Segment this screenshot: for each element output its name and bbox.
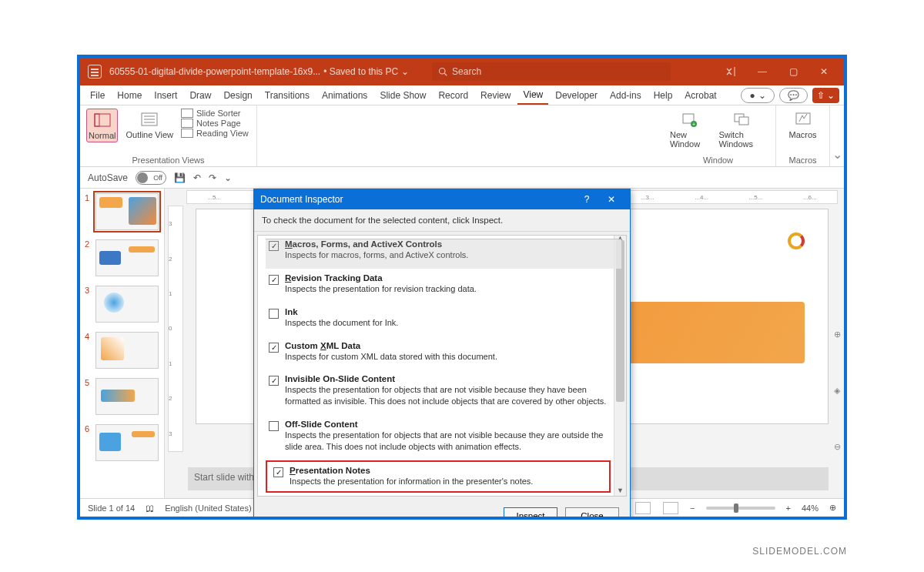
inspector-item-macros: ✓ Macros, Forms, and ActiveX Controls In… (266, 239, 621, 269)
notes-page-icon (181, 119, 193, 128)
qat-overflow-icon[interactable]: ⌄ (224, 172, 232, 183)
dialog-body: ▲ ▼ ✓ Macros, Forms, and ActiveX Control… (257, 235, 627, 497)
checkbox-offslide[interactable] (269, 421, 279, 431)
document-inspector-dialog: Document Inspector ? ✕ To check the docu… (253, 189, 631, 520)
undo-icon[interactable]: ↶ (193, 172, 201, 183)
camera-toggle[interactable]: ●⌄ (741, 88, 774, 103)
spellcheck-icon[interactable]: 🕮 (146, 503, 154, 513)
save-icon[interactable]: 💾 (174, 172, 186, 183)
inspector-item-invisible: ✓ Invisible On-Slide Content Inspects th… (266, 370, 621, 415)
zoom-out-icon[interactable]: ⊖ (834, 442, 841, 452)
slide-sorter-icon (181, 109, 193, 118)
outline-view-button[interactable]: Outline View (122, 109, 176, 141)
main-area: 1 2 3 4 5 6 ...5......4......3......2...… (80, 189, 844, 498)
close-window-button[interactable]: ✕ (808, 58, 839, 85)
svg-text:+: + (692, 122, 695, 127)
close-button[interactable]: Close (565, 507, 619, 520)
titlebar: 60555-01-digital-divide-powerpoint-templ… (80, 58, 844, 85)
checkbox-macros[interactable]: ✓ (269, 241, 279, 251)
new-window-button[interactable]: + New Window (667, 109, 711, 150)
checkbox-revision[interactable]: ✓ (269, 275, 279, 285)
powerpoint-window: 60555-01-digital-divide-powerpoint-templ… (77, 55, 847, 520)
reading-view-status-icon[interactable] (635, 502, 651, 514)
tab-transitions[interactable]: Transitions (259, 87, 315, 104)
checkbox-notes[interactable]: ✓ (273, 467, 283, 477)
zoom-slider[interactable] (706, 507, 775, 510)
zoom-out-button[interactable]: − (690, 503, 695, 513)
slide-thumbnail-6[interactable] (95, 424, 159, 461)
svg-point-0 (440, 69, 446, 75)
checkbox-ink[interactable] (269, 309, 279, 319)
tab-slideshow[interactable]: Slide Show (374, 87, 431, 104)
notes-page-button[interactable]: Notes Page (181, 119, 249, 128)
tab-file[interactable]: File (85, 87, 110, 104)
share-icon: ⇧ (817, 90, 825, 101)
svg-rect-2 (95, 114, 110, 126)
share-button[interactable]: ⇧ ⌄ (812, 88, 839, 103)
language-indicator[interactable]: English (United States) (165, 503, 252, 513)
tab-home[interactable]: Home (112, 87, 147, 104)
slide-thumbnail-5[interactable] (95, 378, 159, 415)
redo-icon[interactable]: ↷ (209, 172, 216, 183)
slide-thumbnail-2[interactable] (95, 239, 159, 276)
new-window-icon: + (680, 110, 698, 129)
search-input[interactable]: Search (432, 62, 671, 81)
quick-access-bar: AutoSave Off 💾 ↶ ↷ ⌄ (80, 167, 844, 189)
svg-rect-13 (796, 113, 810, 124)
switch-windows-button[interactable]: Switch Windows (715, 109, 769, 150)
reading-view-button[interactable]: Reading View (181, 129, 249, 138)
slide-counter[interactable]: Slide 1 of 14 (88, 503, 135, 513)
tab-review[interactable]: Review (475, 87, 516, 104)
zoom-in-icon[interactable]: ⊕ (834, 329, 841, 340)
autosave-label: AutoSave (88, 172, 128, 183)
inspect-button[interactable]: Inspect (504, 507, 557, 520)
tab-draw[interactable]: Draw (184, 87, 216, 104)
document-filename: 60555-01-digital-divide-powerpoint-templ… (109, 66, 320, 77)
maximize-button[interactable]: ▢ (778, 58, 808, 85)
dialog-help-button[interactable]: ? (574, 189, 599, 209)
zoom-in-button[interactable]: + (786, 503, 791, 513)
tab-acrobat[interactable]: Acrobat (679, 87, 721, 104)
zoom-level[interactable]: 44% (802, 503, 819, 513)
ribbon-group-macros: Macros Macros (776, 105, 830, 166)
normal-view-button[interactable]: Normal (86, 109, 118, 142)
slide-sorter-button[interactable]: Slide Sorter (181, 109, 249, 118)
slide-thumbnails-panel: 1 2 3 4 5 6 (80, 189, 165, 498)
inspector-item-offslide: Off-Slide Content Inspects the presentat… (266, 415, 621, 460)
tab-record[interactable]: Record (433, 87, 474, 104)
ribbon-group-presentation-views: Normal Outline View Slide Sorter Notes P… (80, 105, 257, 166)
ribbon-collapse-icon[interactable]: ⌄ (830, 105, 844, 166)
tab-addins[interactable]: Add-ins (604, 87, 647, 104)
ribbon-tabs: File Home Insert Draw Design Transitions… (80, 85, 844, 105)
ribbon-options-icon[interactable] (716, 58, 747, 85)
fit-icon[interactable]: ◈ (834, 386, 840, 396)
dialog-scrollbar[interactable]: ▲ ▼ (614, 236, 626, 496)
powerpoint-icon (88, 65, 102, 79)
inspector-item-notes-highlight: ✓ Presentation Notes Inspects the presen… (266, 460, 611, 493)
tab-view[interactable]: View (517, 86, 548, 105)
filename-chevron-icon[interactable]: ⌄ (401, 66, 409, 77)
slide-decor-ring (788, 232, 805, 249)
minimize-button[interactable]: — (747, 58, 778, 85)
tab-help[interactable]: Help (648, 87, 678, 104)
tab-insert[interactable]: Insert (149, 87, 182, 104)
slideshow-view-status-icon[interactable] (663, 502, 678, 514)
fit-to-window-icon[interactable]: ⊕ (829, 503, 836, 513)
comments-button[interactable]: 💬 (779, 88, 808, 103)
slide-thumbnail-4[interactable] (95, 332, 159, 369)
dialog-instruction: To check the document for the selected c… (254, 209, 630, 232)
macros-button[interactable]: Macros (785, 109, 819, 141)
slide-thumbnail-3[interactable] (95, 286, 159, 323)
tab-animations[interactable]: Animations (316, 87, 373, 104)
tab-developer[interactable]: Developer (550, 87, 603, 104)
comment-icon: 💬 (788, 90, 799, 101)
dialog-close-button[interactable]: ✕ (599, 189, 624, 209)
scroll-down-icon[interactable]: ▼ (614, 487, 626, 497)
checkbox-customxml[interactable]: ✓ (269, 343, 279, 353)
autosave-toggle[interactable]: Off (136, 171, 166, 185)
checkbox-invisible[interactable]: ✓ (269, 376, 279, 386)
switch-windows-icon (733, 110, 752, 129)
slide-thumbnail-1[interactable] (95, 193, 159, 230)
tab-design[interactable]: Design (218, 87, 257, 104)
inspector-item-customxml: ✓ Custom XML Data Inspects for custom XM… (266, 336, 621, 370)
